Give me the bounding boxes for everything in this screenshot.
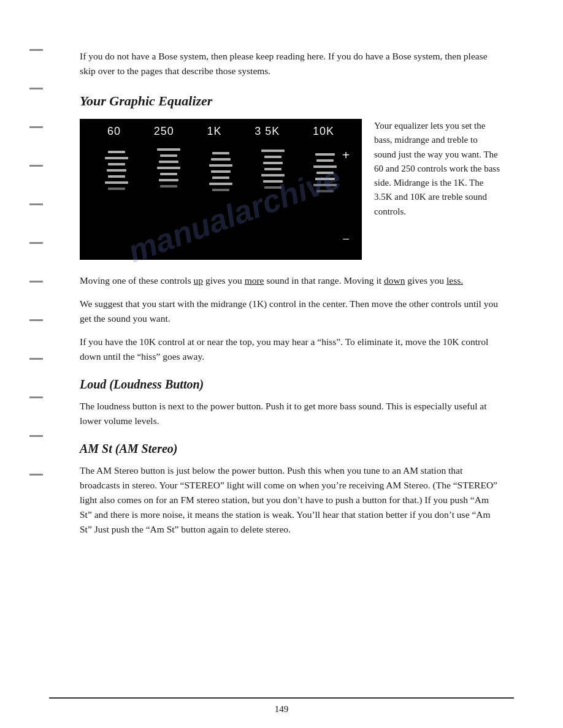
page-number: 149 xyxy=(0,704,563,715)
page: If you do not have a Bose system, then p… xyxy=(0,0,563,728)
sidebar-mark xyxy=(29,126,43,128)
intro-paragraph: If you do not have a Bose system, then p… xyxy=(80,49,502,78)
hiss-paragraph: If you have the 10K control at or near t… xyxy=(80,335,502,364)
loudness-heading: Loud (Loudness Button) xyxy=(80,377,502,392)
sidebar-mark xyxy=(29,319,43,321)
eq-col-1k xyxy=(205,146,236,191)
eq-col-10k xyxy=(310,146,340,192)
loudness-text: The loudness button is next to the power… xyxy=(80,399,502,428)
sidebar-mark xyxy=(29,396,43,398)
am-stereo-heading: AM St (AM Stereo) xyxy=(80,442,502,456)
sidebar-mark xyxy=(29,203,43,205)
suggest-paragraph: We suggest that you start with the midra… xyxy=(80,297,502,326)
sidebar-mark xyxy=(29,435,43,437)
sidebar-mark xyxy=(29,49,43,51)
sidebar-mark xyxy=(29,165,43,167)
am-stereo-text: The AM Stereo button is just below the p… xyxy=(80,463,502,537)
eq-label-250: 250 xyxy=(154,125,174,138)
less-underline: less. xyxy=(446,275,463,286)
eq-label-35k: 3 5K xyxy=(255,125,280,138)
minus-sign: − xyxy=(342,232,350,246)
sidebar-mark xyxy=(29,358,43,360)
sidebar-mark xyxy=(29,88,43,89)
bottom-rule xyxy=(49,697,514,699)
equalizer-block: 60 250 1K 3 5K 10K + xyxy=(80,119,502,260)
eq-col-60 xyxy=(101,146,132,190)
sidebar-mark xyxy=(29,281,43,282)
eq-sliders xyxy=(80,146,362,250)
up-underline: up xyxy=(194,275,204,286)
eq-col-35k xyxy=(258,146,288,189)
equalizer-image: 60 250 1K 3 5K 10K + xyxy=(80,119,362,260)
graphic-equalizer-heading: Your Graphic Equalizer xyxy=(80,93,502,109)
sidebar-mark xyxy=(29,242,43,244)
down-underline: down xyxy=(384,275,405,286)
eq-label-1k: 1K xyxy=(207,125,221,138)
sidebar-marks xyxy=(29,49,43,476)
eq-description: Your equalizer lets you set the bass, mi… xyxy=(374,119,502,219)
moving-controls-paragraph: Moving one of these controls up gives yo… xyxy=(80,273,502,288)
more-underline: more xyxy=(245,275,264,286)
sidebar-mark xyxy=(29,474,43,476)
eq-label-row: 60 250 1K 3 5K 10K xyxy=(80,119,362,142)
eq-col-250 xyxy=(153,146,184,188)
eq-label-10k: 10K xyxy=(313,125,334,138)
eq-label-60: 60 xyxy=(107,125,121,138)
